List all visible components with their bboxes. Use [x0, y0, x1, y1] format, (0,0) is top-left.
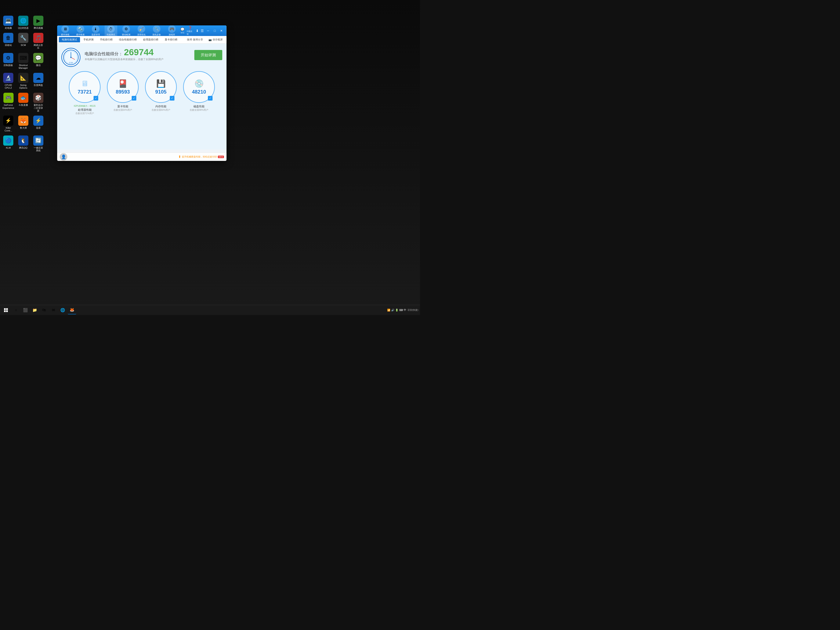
tab-pc-test[interactable]: 电脑性能测试 — [59, 37, 80, 42]
upgrade-section[interactable]: ⬆ 提升机械硬盘性能，轻松赶超SSD NEW — [178, 155, 224, 159]
tray-network-icon[interactable]: 📶 — [387, 309, 390, 312]
taskbar-explorer[interactable]: 📁 — [30, 306, 39, 314]
tray-keyboard-icon[interactable]: ⌨ — [399, 309, 403, 312]
settings-btn[interactable]: ☰ — [201, 29, 204, 33]
hardware-check-label: 硬件检查 — [76, 33, 85, 36]
shortcut-manager-icon: ⌨ — [18, 53, 28, 63]
disk-check: ✓ — [208, 96, 213, 101]
control-panel-icon: ⚙ — [3, 53, 13, 63]
tb-hardware-check[interactable]: 🔩 硬件检查 — [74, 25, 87, 36]
start-button[interactable] — [2, 306, 10, 314]
desktop-icon-killer[interactable]: ⚡ Killer Contr... — [2, 114, 15, 133]
tab-cpu-rank[interactable]: 处理器排行榜 — [140, 37, 161, 42]
icon-row-3: ⚙ 控制面板 ⌨ Shortcut Manager 💬 微信 — [2, 52, 45, 71]
desktop-icon-baidu[interactable]: ☁ 百度网盘 — [32, 71, 45, 91]
taskbar-qq-browser[interactable]: 🌐 — [58, 306, 67, 314]
taskbar-ludashi[interactable]: 🦊 — [68, 306, 76, 314]
disk-score: 48210 — [192, 89, 206, 95]
tab-phone-rank[interactable]: 手机排行榜 — [97, 37, 115, 42]
upgrade-icon: ⬆ — [178, 155, 181, 159]
desktop-icon-qq-browser[interactable]: 🌐 QQ浏览器 — [17, 14, 30, 31]
desktop-icon-xunlei[interactable]: ⚡ 迅雷 — [32, 114, 45, 133]
tray-volume-icon[interactable]: 🔊 — [391, 309, 395, 312]
desktop-icon-this-pc[interactable]: 💻 此电脑 — [2, 14, 15, 31]
mascot-area: 🦊 鲁大师专注硬件防护 — [226, 26, 226, 35]
tb-assemble[interactable]: 🔧 装机必备 — [150, 25, 163, 36]
svg-text:2.54: 2.54 — [69, 62, 73, 64]
feedback-label: 问题反馈 — [187, 30, 194, 36]
svg-rect-8 — [4, 310, 6, 312]
tb-game[interactable]: 🎮 游戏库 — [166, 25, 178, 36]
temp-manage-icon: 🌡 — [92, 25, 99, 33]
taskbar-icons: ○ ⬛ 📁 🛍 ✉ 🌐 🦊 — [12, 306, 76, 314]
memory-score: 9105 — [155, 89, 166, 95]
forum-btn[interactable]: 💬 论坛 — [180, 27, 185, 34]
svg-rect-6 — [4, 308, 6, 310]
close-btn[interactable]: ✕ — [219, 28, 224, 33]
taskbar-taskview[interactable]: ⬛ — [21, 306, 30, 314]
tab-phone-eval[interactable]: 手机评测 — [81, 37, 96, 42]
desktop-icon-scm[interactable]: 🔧 SCM — [17, 32, 30, 51]
taskbar-search[interactable]: ○ — [12, 306, 21, 314]
desktop-icon-ludashi[interactable]: 🦊 鲁大师 — [17, 114, 30, 133]
tray-icons: 📶 🔊 🔋 ⌨ 中 — [387, 308, 406, 312]
tb-temp-manage[interactable]: 🌡 温度管理 — [89, 25, 102, 36]
save-screenshot-btn[interactable]: 📷 保存截屏 — [207, 38, 225, 42]
desktop-icon-netease[interactable]: 🎵 网易云音乐 — [32, 32, 45, 51]
gpu-perf-wrap: 🎴 89593 ✓ 显卡性能 击败全国64%用户 — [106, 71, 140, 115]
desktop-icon-geforce[interactable]: 🎮 GeForce Experience — [2, 92, 15, 114]
memory-check: ✓ — [170, 96, 174, 101]
perf-circles: 🖥 73721 ✓ IGPU异构能力：49115 处理器性能 击败全国71%用户… — [62, 71, 222, 115]
desktop-icon-cpuid[interactable]: 🔬 CPUID CPU-Z — [2, 71, 15, 91]
save-screenshot-label: 保存截屏 — [213, 38, 223, 41]
netease-icon: 🎵 — [33, 33, 43, 43]
netease-label: 网易云音乐 — [32, 44, 44, 49]
desktop-icon-shortcut[interactable]: ⌨ Shortcut Manager — [17, 52, 30, 71]
gpu-score: 89593 — [116, 89, 130, 95]
maximize-btn[interactable]: □ — [213, 28, 217, 33]
solida-icon: 🎲 — [33, 93, 43, 103]
desktop-icon-qq[interactable]: 🐧 腾讯QQ — [17, 134, 30, 153]
main-nav-icons: 🖥 硬件体检 🔩 硬件检查 🌡 温度管理 ⏱ 性能测试 ⚙ 驱动检测 — [59, 25, 178, 36]
desktop-icon-restore[interactable]: 🔄 一键还原系统 — [32, 134, 45, 153]
tb-perf-test[interactable]: ⏱ 性能测试 — [104, 25, 117, 36]
tb-hardware-detect[interactable]: 🖥 硬件体检 — [59, 25, 71, 36]
tb-clean[interactable]: 🧹 清理优化 — [135, 25, 148, 36]
feedback-btn[interactable]: ❓ 问题反馈 — [187, 26, 194, 36]
desktop-icon-sizing[interactable]: 📐 Sizing Options — [17, 71, 30, 91]
icon-row-5: 🎮 GeForce Experience 🐟 斗鱼直播 🎲 索利达尔二区登录器 — [2, 92, 45, 114]
douyu-label: 斗鱼直播 — [19, 104, 28, 106]
desktop-icon-wechat[interactable]: 💬 微信 — [32, 52, 45, 71]
desktop-icon-solida[interactable]: 🎲 索利达尔二区登录器 — [32, 92, 45, 114]
qq-browser-icon: 🌐 — [18, 16, 28, 26]
tab-overall-rank[interactable]: 综合性能排行榜 — [116, 37, 140, 42]
tb-driver-detect[interactable]: ⚙ 驱动检测 — [120, 25, 133, 36]
igpu-badge: IGPU异构能力：49115 — [74, 104, 95, 107]
tray-battery-icon[interactable]: 🔋 — [395, 309, 398, 312]
bottom-bar: 👤 ⬆ 提升机械硬盘性能，轻松赶超SSD NEW — [57, 152, 226, 161]
weibo-share-label: 微博分享 — [193, 38, 203, 41]
desktop-icon-control[interactable]: ⚙ 控制面板 — [2, 52, 15, 71]
wechat-icon: 💬 — [33, 53, 43, 63]
desktop-icon-recycle[interactable]: 🗑 回收站 — [2, 32, 15, 51]
disk-icon: 💿 — [194, 79, 204, 88]
minimize-btn[interactable]: ─ — [206, 28, 210, 33]
taskbar: ○ ⬛ 📁 🛍 ✉ 🌐 🦊 📶 � — [0, 305, 420, 315]
ludashi-label: 鲁大师 — [20, 126, 27, 129]
baidu-cloud-label: 百度网盘 — [34, 84, 43, 87]
desktop-icon-tencent-video[interactable]: ▶ 腾讯视频 — [32, 14, 45, 31]
weibo-share-btn[interactable]: 微博 微博分享 — [185, 38, 205, 42]
disk-rank: 击败全国98%用户 — [189, 108, 208, 112]
assemble-icon: 🔧 — [153, 25, 161, 33]
tab-gpu-rank[interactable]: 显卡排行榜 — [162, 37, 180, 42]
this-pc-icon: 💻 — [3, 16, 13, 26]
start-test-btn[interactable]: 开始评测 — [194, 50, 222, 60]
taskbar-store[interactable]: 🛍 — [40, 306, 48, 314]
control-panel-label: 控制面板 — [3, 64, 13, 67]
download-btn[interactable]: ⬇ — [196, 29, 199, 33]
desktop-icon-douyu[interactable]: 🐟 斗鱼直播 — [17, 92, 30, 114]
shortcut-manager-label: Shortcut Manager — [17, 64, 29, 69]
desktop-icon-klm[interactable]: 🔵 KLM — [2, 134, 15, 153]
taskbar-mail[interactable]: ✉ — [49, 306, 58, 314]
tray-ime-icon[interactable]: 中 — [404, 308, 406, 312]
